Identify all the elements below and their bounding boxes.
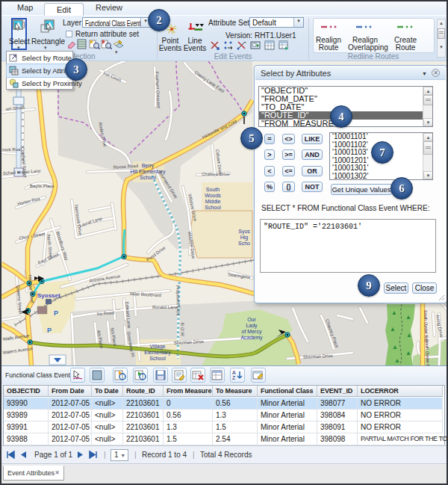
svg-text:Syos: Syos [238, 229, 250, 235]
svg-text:Elementary: Elementary [144, 350, 171, 356]
svg-text:Hig: Hig [240, 235, 249, 241]
svg-text:of Mercy: of Mercy [242, 329, 262, 335]
svg-text:Scho: Scho [238, 241, 250, 246]
svg-text:Village: Village [150, 344, 166, 350]
svg-text:Berry: Berry [142, 163, 155, 169]
svg-text:Z: Z [232, 375, 236, 380]
svg-text:A: A [232, 370, 236, 375]
svg-text:P: P [47, 327, 52, 334]
svg-text:Lady: Lady [246, 323, 258, 329]
svg-text:South: South [206, 187, 220, 192]
svg-text:School: School [149, 356, 166, 361]
svg-text:rook Roa: rook Roa [2, 147, 21, 152]
svg-text:Syosset: Syosset [37, 292, 60, 299]
svg-text:R O W: R O W [180, 323, 185, 337]
svg-text:Ronald Lane: Ronald Lane [152, 305, 178, 309]
svg-text:Woods: Woods [205, 193, 221, 198]
svg-text:Chalsea Drive: Chalsea Drive [202, 172, 230, 176]
svg-text:P: P [54, 309, 58, 317]
svg-text:Academy: Academy [240, 335, 263, 341]
svg-text:}: } [23, 21, 25, 28]
svg-text:Our: Our [247, 317, 256, 322]
svg-text:South Oyster Bay: South Oyster Bay [425, 339, 431, 365]
svg-text:Middle: Middle [205, 199, 221, 204]
svg-text:School: School [205, 205, 221, 210]
svg-text:School: School [140, 175, 156, 180]
svg-text:Baylis Place: Baylis Place [30, 184, 55, 188]
